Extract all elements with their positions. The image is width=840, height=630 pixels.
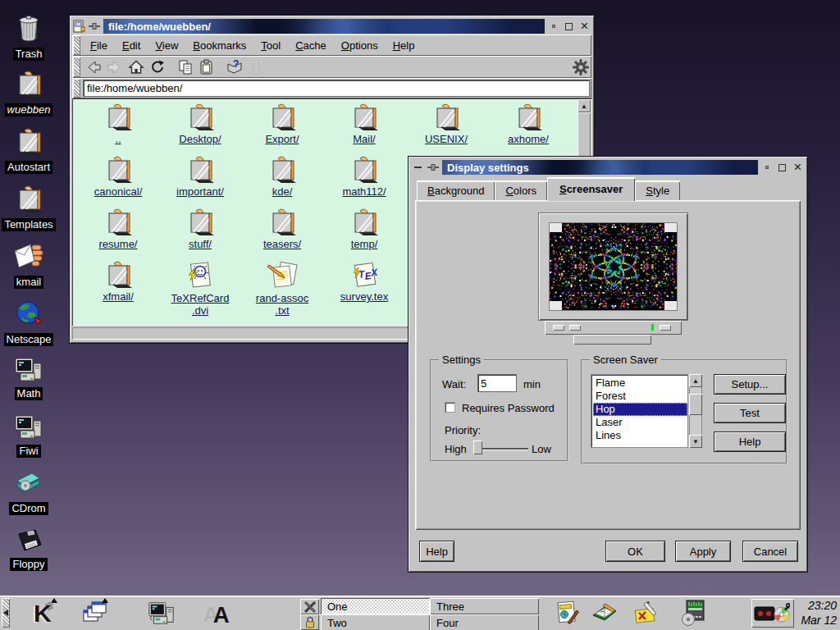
desktop-icon-templates[interactable]: Templates xyxy=(0,185,57,231)
menu-file[interactable]: File xyxy=(83,37,115,54)
scrollbar-thumb[interactable] xyxy=(578,112,591,158)
saver-list-item[interactable]: Flame xyxy=(593,377,687,390)
tab-background[interactable]: Background xyxy=(417,180,495,201)
cd-player-button[interactable] xyxy=(678,598,709,628)
file-item[interactable]: TeXRefCard.dvi xyxy=(161,261,240,317)
tab-screensaver[interactable]: Screensaver xyxy=(547,177,635,201)
file-item[interactable]: Desktop/ xyxy=(161,103,240,145)
home-icon[interactable] xyxy=(126,57,147,76)
menu-bookmarks[interactable]: Bookmarks xyxy=(185,37,253,54)
file-item[interactable]: Mail/ xyxy=(325,103,404,145)
k-menu-button[interactable]: K K xyxy=(28,598,59,628)
forward-icon[interactable] xyxy=(104,57,126,76)
menu-view[interactable]: View xyxy=(148,37,185,54)
priority-slider-handle[interactable] xyxy=(473,441,482,454)
file-item[interactable]: stuff/ xyxy=(161,208,240,250)
setup-button[interactable]: Setup... xyxy=(714,374,786,395)
desktop-icon-math[interactable]: Math xyxy=(0,356,57,400)
back-icon[interactable] xyxy=(83,57,104,76)
minimize-button[interactable] xyxy=(546,20,560,34)
file-item[interactable]: kde/ xyxy=(243,156,322,198)
close-icon[interactable]: × xyxy=(578,20,591,34)
priority-slider-track[interactable] xyxy=(482,448,528,450)
menubar-grip[interactable] xyxy=(73,35,80,55)
saver-list-item[interactable]: Forest xyxy=(593,390,687,403)
paste-icon[interactable] xyxy=(196,57,217,76)
file-item[interactable]: resume/ xyxy=(79,208,158,250)
scroll-down-icon[interactable]: ▼ xyxy=(689,435,702,448)
dialog-titlebar[interactable]: Display settings × xyxy=(411,159,805,176)
media-tray[interactable] xyxy=(751,599,794,628)
saver-list-scrollbar[interactable]: ▲ ▼ xyxy=(689,374,702,448)
file-item[interactable]: Export/ xyxy=(243,103,322,145)
desktop-icon-cdrom[interactable]: CDrom xyxy=(0,471,57,515)
menu-cache[interactable]: Cache xyxy=(288,37,334,54)
desktop-icon-trash[interactable]: Trash xyxy=(0,13,57,61)
pager-desktop-one[interactable]: One xyxy=(321,598,430,614)
help-button-group[interactable]: Help xyxy=(714,431,786,452)
locationbar-grip[interactable] xyxy=(73,79,80,98)
saver-list-item[interactable]: Lines xyxy=(593,429,687,442)
pager-desktop-four[interactable]: Four xyxy=(430,614,539,630)
maximize-button[interactable] xyxy=(562,20,576,34)
toolbar-grip[interactable] xyxy=(73,57,80,77)
desktop-icon-floppy[interactable]: Floppy xyxy=(0,528,57,571)
menu-options[interactable]: Options xyxy=(334,37,386,54)
pager-desktop-three[interactable]: Three xyxy=(430,598,539,614)
menu-dash-icon[interactable] xyxy=(411,161,425,175)
scroll-up-icon[interactable]: ▲ xyxy=(689,374,702,387)
reload-icon[interactable] xyxy=(147,57,168,76)
menu-edit[interactable]: Edit xyxy=(115,37,148,54)
lock-button[interactable] xyxy=(300,614,319,630)
location-input[interactable] xyxy=(83,80,590,97)
test-button[interactable]: Test xyxy=(714,403,786,423)
window-list-button[interactable] xyxy=(79,598,110,628)
file-item[interactable]: important/ xyxy=(161,156,240,198)
saver-list[interactable]: Flame Forest Hop Laser Lines xyxy=(591,374,688,448)
notebook-button[interactable] xyxy=(589,598,620,628)
file-item[interactable]: rand-assoc.txt xyxy=(243,261,322,317)
terminal-button[interactable] xyxy=(146,598,177,628)
minimize-button[interactable] xyxy=(760,161,774,175)
kfm-app-icon[interactable] xyxy=(72,20,86,34)
saver-list-item-selected[interactable]: Hop xyxy=(593,403,687,416)
desktop-icon-kmail[interactable]: kmail xyxy=(0,243,57,289)
help-button[interactable]: Help xyxy=(419,541,454,562)
requires-password-checkbox[interactable] xyxy=(445,402,455,413)
pin-icon[interactable] xyxy=(88,20,102,34)
file-item[interactable]: .. xyxy=(79,103,158,145)
pager-desktop-two[interactable]: Two xyxy=(321,614,430,630)
close-icon[interactable]: × xyxy=(791,161,805,175)
file-item[interactable]: math112/ xyxy=(325,156,404,198)
pin-icon[interactable] xyxy=(427,161,441,175)
desktop-icon-fiwi[interactable]: Fiwi xyxy=(0,413,57,458)
desktop-icon-netscape[interactable]: Netscape xyxy=(0,299,57,346)
file-item[interactable]: canonical/ xyxy=(79,156,158,198)
kfm-titlebar[interactable]: file:/home/wuebben/ × xyxy=(72,18,591,34)
cancel-button[interactable]: Cancel xyxy=(742,541,798,562)
ok-button[interactable]: OK xyxy=(605,541,665,562)
maximize-button[interactable] xyxy=(775,161,789,175)
menu-help[interactable]: Help xyxy=(386,37,422,54)
copy-icon[interactable] xyxy=(175,57,196,76)
file-item[interactable]: TEX survey.tex xyxy=(325,261,404,303)
scroll-up-icon[interactable]: ▲ xyxy=(578,99,591,112)
file-item[interactable]: teasers/ xyxy=(243,208,322,250)
desktop-icon-autostart[interactable]: Autostart xyxy=(0,128,57,174)
file-item[interactable]: xfmail/ xyxy=(79,261,158,303)
logout-button[interactable] xyxy=(300,599,319,614)
file-item[interactable]: USENIX/ xyxy=(407,103,486,145)
apply-button[interactable]: Apply xyxy=(675,541,731,562)
menu-tool[interactable]: Tool xyxy=(253,37,288,54)
wait-input[interactable] xyxy=(477,374,517,392)
help-book-icon[interactable]: ? xyxy=(224,57,245,76)
stop-icon[interactable] xyxy=(245,57,267,76)
font-manager-button[interactable]: A A xyxy=(202,598,233,628)
file-item[interactable]: temp/ xyxy=(325,208,404,250)
tab-colors[interactable]: Colors xyxy=(495,180,547,201)
file-item[interactable]: axhome/ xyxy=(489,103,568,145)
saver-list-item[interactable]: Laser xyxy=(593,416,687,429)
desktop-icon-wuebben[interactable]: wuebben xyxy=(0,71,57,116)
tab-style[interactable]: Style xyxy=(635,180,680,201)
scrollbar-thumb[interactable] xyxy=(689,394,702,415)
